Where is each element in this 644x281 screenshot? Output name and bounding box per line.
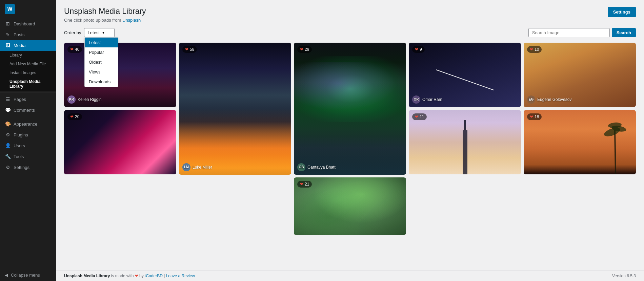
heart-icon-6: ❤: [70, 114, 74, 119]
footer-left: Unsplash Media Library is made with ❤ by…: [64, 274, 195, 278]
photo-likes-2: ❤ 58: [182, 46, 197, 53]
photo-author-1: KR Kellen Riggin: [67, 95, 102, 104]
dashboard-icon: ⊞: [5, 21, 11, 26]
dropdown-item-letest[interactable]: Letest: [85, 38, 118, 47]
unsplash-link[interactable]: Unsplash: [122, 18, 141, 23]
heart-icon-2: ❤: [185, 47, 188, 52]
sidebar-item-label: Posts: [14, 32, 25, 37]
settings-button[interactable]: Settings: [608, 7, 636, 17]
plugins-icon: ⚙: [5, 132, 11, 137]
avatar-2: LM: [182, 163, 190, 171]
tools-icon: 🔧: [5, 154, 11, 159]
search-button[interactable]: Search: [612, 28, 636, 37]
order-by-wrapper: Order by Letest ▼ Letest Popular Oldest …: [64, 28, 115, 37]
add-new-label: Add New Media File: [9, 62, 46, 66]
footer-version: Version 6.5.3: [612, 274, 636, 278]
main-content: Unsplash Media Library One click photo u…: [56, 0, 644, 281]
svg-rect-2: [463, 130, 467, 174]
title-area: Unsplash Media Library One click photo u…: [64, 7, 146, 23]
svg-rect-1: [464, 120, 466, 130]
photo-likes-6: ❤ 20: [67, 113, 82, 120]
footer-brand: Unsplash Media Library: [64, 274, 110, 278]
chevron-down-icon: ▼: [102, 31, 105, 35]
sidebar-item-label: Media: [14, 43, 25, 48]
sidebar-item-appearance[interactable]: 🎨 Appearance: [0, 118, 56, 129]
appearance-icon: 🎨: [5, 121, 11, 127]
sidebar-item-instant-images[interactable]: Instant Images: [0, 68, 56, 77]
photo-author-5: EG Eugene Golovesov: [527, 95, 571, 104]
page-header: Unsplash Media Library One click photo u…: [64, 7, 636, 23]
dropdown-item-views[interactable]: Views: [85, 67, 118, 77]
footer-author-link[interactable]: tCoderBD: [145, 274, 163, 278]
page-subtitle: One click photo uploads from Unsplash: [64, 18, 146, 23]
sidebar-item-library[interactable]: Library: [0, 51, 56, 60]
sidebar-item-label: Users: [14, 143, 25, 148]
sidebar-item-add-new[interactable]: Add New Media File: [0, 60, 56, 68]
sidebar-item-label: Appearance: [14, 122, 37, 127]
sidebar-item-comments[interactable]: 💬 Comments: [0, 105, 56, 115]
photo-likes-1: ❤ 40: [67, 46, 82, 53]
sidebar-item-pages[interactable]: ☰ Pages: [0, 94, 56, 105]
photo-likes-7: ❤ 11: [412, 113, 427, 120]
photo-card-5[interactable]: ❤ 10 EG Eugene Golovesov: [524, 43, 636, 107]
order-select-value: Letest: [88, 30, 100, 35]
order-select-button[interactable]: Letest ▼: [84, 28, 115, 37]
order-dropdown-menu: Letest Popular Oldest Views Downloads: [84, 37, 118, 87]
photo-card-7[interactable]: ❤ 11: [409, 110, 521, 175]
svg-line-0: [436, 70, 494, 90]
photo-card-8[interactable]: ❤ 18: [524, 110, 636, 175]
heart-icon-7: ❤: [415, 114, 418, 119]
photo-likes-5: ❤ 10: [527, 46, 542, 53]
heart-icon-8: ❤: [530, 114, 533, 119]
heart-icon-4: ❤: [415, 47, 418, 52]
footer-heart: ❤: [135, 274, 138, 278]
footer-review-link[interactable]: Leave a Review: [166, 274, 195, 278]
sidebar-item-label: Dashboard: [14, 21, 35, 26]
posts-icon: ✎: [5, 32, 11, 37]
sidebar-item-label: Settings: [14, 165, 29, 170]
footer-by: by: [139, 274, 145, 278]
search-input[interactable]: [528, 28, 610, 37]
dropdown-item-oldest[interactable]: Oldest: [85, 57, 118, 67]
divider-1: [0, 92, 56, 92]
sidebar-item-dashboard[interactable]: ⊞ Dashboard: [0, 18, 56, 29]
sidebar-item-plugins[interactable]: ⚙ Plugins: [0, 129, 56, 140]
photo-card-4[interactable]: ❤ 9 OR Omar Ram: [409, 43, 521, 107]
sidebar-item-settings[interactable]: ⚙ Settings: [0, 162, 56, 173]
collapse-menu-button[interactable]: ◀ Collapse menu: [0, 269, 56, 281]
sidebar-item-media[interactable]: 🖼 Media: [0, 40, 56, 51]
photo-card-6[interactable]: ❤ 20: [64, 110, 176, 175]
pages-icon: ☰: [5, 96, 11, 102]
wordpress-icon: W: [5, 4, 15, 14]
footer-made-with: is made with: [111, 274, 135, 278]
unsplash-label: Unsplash Media Library: [9, 79, 51, 89]
avatar-3: GB: [297, 163, 305, 171]
users-icon: 👤: [5, 143, 11, 148]
dropdown-item-popular[interactable]: Popular: [85, 47, 118, 57]
photo-card-1[interactable]: ❤ 40 KR Kellen Riggin: [64, 43, 176, 107]
comments-icon: 💬: [5, 107, 11, 113]
heart-icon: ❤: [70, 47, 74, 52]
media-submenu: Library Add New Media File Instant Image…: [0, 51, 56, 91]
sidebar-item-label: Pages: [14, 97, 26, 102]
sidebar-item-users[interactable]: 👤 Users: [0, 140, 56, 151]
sidebar-item-posts[interactable]: ✎ Posts: [0, 29, 56, 40]
toolbar: Order by Letest ▼ Letest Popular Oldest …: [64, 28, 636, 37]
photo-likes-3: ❤ 29: [297, 46, 312, 53]
footer: Unsplash Media Library is made with ❤ by…: [56, 271, 644, 281]
settings-icon: ⚙: [5, 165, 11, 170]
sidebar-item-label: Plugins: [14, 132, 28, 137]
heart-icon-3: ❤: [300, 47, 303, 52]
photo-card-3[interactable]: ❤ 29 GB Gantavya Bhatt: [294, 43, 406, 175]
dropdown-item-downloads[interactable]: Downloads: [85, 77, 118, 87]
photo-likes-9: ❤ 21: [297, 181, 312, 188]
heart-icon-5: ❤: [530, 47, 533, 52]
page-content: Unsplash Media Library One click photo u…: [56, 0, 644, 271]
sidebar-item-unsplash[interactable]: Unsplash Media Library: [0, 77, 56, 91]
sidebar-item-tools[interactable]: 🔧 Tools: [0, 151, 56, 162]
sidebar-item-label: Tools: [14, 154, 24, 159]
page-title: Unsplash Media Library: [64, 7, 146, 16]
photo-card-2[interactable]: ❤ 58 LM Luke Miller: [179, 43, 291, 175]
photo-likes-8: ❤ 18: [527, 113, 542, 120]
photo-card-9[interactable]: ❤ 21: [294, 177, 406, 235]
